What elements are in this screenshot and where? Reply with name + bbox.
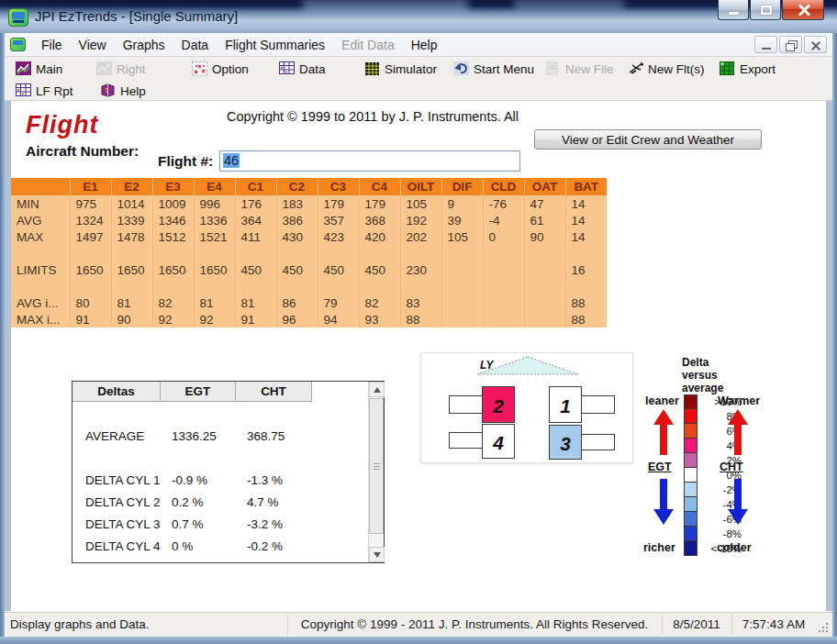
- deltas-header-cht: CHT: [236, 382, 312, 402]
- table-cell: [483, 311, 524, 328]
- table-cell: 14: [565, 195, 607, 212]
- menu-edit-data: Edit Data: [333, 34, 403, 56]
- legend-richer-label: richer: [643, 541, 675, 554]
- table-cell: 1497: [70, 228, 111, 245]
- flight-number-input[interactable]: 46: [219, 150, 520, 172]
- table-cell: 179: [359, 195, 400, 212]
- file-icon: [545, 61, 561, 76]
- menu-data[interactable]: Data: [173, 34, 218, 56]
- table-cell: 81: [194, 294, 235, 311]
- legend-swatch: [684, 409, 698, 424]
- table-cell: 82: [359, 294, 400, 311]
- legend-colder-label: colder: [717, 541, 752, 554]
- egt-down-arrow-icon: [653, 479, 674, 525]
- table-cell: 176: [235, 195, 276, 212]
- table-cell: 1339: [111, 212, 152, 228]
- row-label: AVG: [11, 212, 70, 228]
- legend-swatch: [684, 527, 698, 541]
- table-cell: 91: [70, 311, 111, 328]
- column-header-c3: C3: [318, 178, 359, 195]
- minimize-button[interactable]: [718, 0, 749, 20]
- table-cell: [400, 245, 441, 261]
- menu-file[interactable]: File: [33, 34, 71, 56]
- toolbar-button-data[interactable]: Data: [275, 59, 329, 79]
- maximize-button[interactable]: [750, 0, 781, 20]
- toolbar-button-simulator[interactable]: Simulator: [361, 59, 441, 79]
- table-cell: 83: [400, 294, 441, 311]
- status-message: Display graphs and Data.: [10, 617, 150, 631]
- table-cell: 1009: [152, 195, 194, 212]
- scrollbar-thumb[interactable]: [369, 398, 384, 534]
- table-cell: 450: [276, 261, 318, 278]
- scroll-down-button[interactable]: [369, 547, 385, 562]
- row-label: LIMITS: [11, 261, 70, 278]
- toolbar-button-main[interactable]: Main: [12, 59, 66, 79]
- table-cell: [441, 278, 483, 294]
- table-cell: 90: [111, 311, 152, 328]
- cylinder-number: 1: [560, 395, 571, 417]
- toolbar-label: New Flt(s): [648, 62, 705, 76]
- delta-cht-value: 4.7 %: [247, 495, 279, 509]
- menu-graphs[interactable]: Graphs: [115, 34, 173, 56]
- table-cell: [359, 245, 400, 261]
- resize-grip-icon[interactable]: [818, 622, 829, 633]
- table-row-min: MIN975101410099961761831791791059-764714: [11, 195, 607, 212]
- table-cell: 105: [400, 195, 441, 212]
- view-edit-crew-weather-button[interactable]: View or Edit Crew and Weather: [534, 129, 762, 150]
- legend-swatch: [684, 468, 698, 483]
- table-cell: 92: [194, 311, 235, 328]
- flight-summary-table: E1E2E3E4C1C2C3C4OILTDIFCLDOATBATMIN97510…: [11, 178, 607, 328]
- mdi-restore-button[interactable]: [779, 36, 802, 53]
- main-content: Flight Copyright © 1999 to 2011 by J. P.…: [11, 101, 826, 611]
- close-button[interactable]: [782, 0, 824, 20]
- deltas-scrollbar[interactable]: [368, 382, 384, 562]
- table-cell: 86: [276, 294, 318, 311]
- table-cell: [565, 245, 607, 261]
- mdi-minimize-button[interactable]: [754, 36, 777, 53]
- chart-main-icon: [16, 61, 31, 76]
- delta-egt-value: 0.2 %: [172, 495, 204, 509]
- toolbar-label: New File: [565, 62, 614, 76]
- table-cell: 105: [441, 228, 483, 245]
- delta-label: DELTA CYL 2: [85, 495, 161, 509]
- table-cell: 81: [111, 294, 152, 311]
- table-cell: 1650: [152, 261, 194, 278]
- table-cell: [318, 245, 359, 261]
- table-cell: 1521: [194, 228, 235, 245]
- toolbar-button-lf-rpt[interactable]: LF Rpt: [12, 81, 77, 101]
- menu-view[interactable]: View: [71, 34, 115, 56]
- table-row-blank: [11, 245, 607, 261]
- toolbar-button-new-flt-s[interactable]: New Flt(s): [624, 59, 709, 79]
- menu-flight-summaries[interactable]: Flight Summaries: [217, 34, 333, 56]
- table-cell: 39: [441, 212, 483, 228]
- delta-label: DELTA CYL 4: [85, 539, 161, 553]
- table-cell: 996: [194, 195, 235, 212]
- table-cell: [483, 245, 524, 261]
- scroll-up-button[interactable]: [369, 382, 385, 397]
- table-cell: [70, 278, 111, 294]
- legend-warmer-label: Warmer: [718, 394, 760, 407]
- toolbar-button-help[interactable]: ?Help: [96, 81, 150, 101]
- toolbar-label: Simulator: [385, 62, 437, 76]
- toolbar-button-right: Right: [93, 59, 150, 79]
- toolbar: MainRightOptionDataSimulatorStart MenuNe…: [5, 57, 832, 101]
- legend-swatch: [684, 512, 698, 527]
- toolbar-button-export[interactable]: Export: [716, 59, 779, 79]
- table-cell: [276, 278, 318, 294]
- client-edge-left: [5, 101, 11, 611]
- grid-purple-icon: [279, 61, 295, 76]
- toolbar-button-start-menu[interactable]: Start Menu: [450, 59, 538, 79]
- scatter-icon: [192, 61, 207, 76]
- table-row-limits: LIMITS165016501650165045045045045023016: [11, 261, 607, 278]
- table-corner-cell: [11, 178, 70, 195]
- menu-help[interactable]: Help: [403, 34, 446, 56]
- cylinder-2: 2: [482, 386, 515, 423]
- legend-swatch: [684, 483, 698, 497]
- table-cell: 81: [235, 294, 276, 311]
- mdi-child-icon[interactable]: [10, 38, 26, 51]
- svg-text:?: ?: [105, 87, 108, 94]
- toolbar-button-option[interactable]: Option: [188, 59, 252, 79]
- window-frame-right: [832, 33, 837, 637]
- mdi-close-button[interactable]: [804, 36, 827, 53]
- table-cell: 82: [152, 294, 194, 311]
